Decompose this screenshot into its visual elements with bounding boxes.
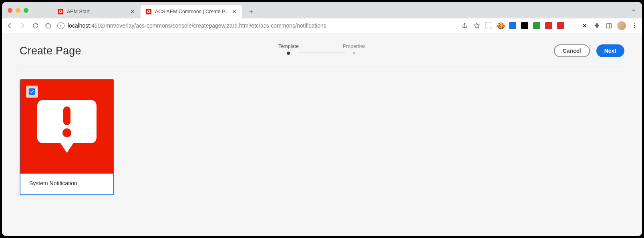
- extension-icon[interactable]: 🍪: [497, 22, 504, 29]
- extension-icon[interactable]: [545, 22, 552, 29]
- template-cards: System Notification: [20, 66, 624, 195]
- toolbar-right: 🍪: [461, 21, 638, 30]
- wizard-step-dot-icon: [287, 52, 290, 55]
- adobe-icon: [145, 8, 152, 15]
- wizard-step-label: Template: [278, 44, 299, 49]
- extensions-button[interactable]: [593, 22, 600, 29]
- extension-icon[interactable]: [509, 22, 516, 29]
- extension-icon[interactable]: [557, 22, 564, 29]
- header-actions: Cancel Next: [554, 44, 624, 57]
- browser-toolbar: i localhost:4502/mnt/overlay/acs-commons…: [2, 18, 642, 33]
- browser-tab-aem-start[interactable]: AEM Start ✕: [52, 5, 141, 18]
- tab-close-button[interactable]: ✕: [232, 9, 237, 14]
- page-content: Create Page Template Properties Cancel N…: [2, 33, 642, 236]
- share-icon[interactable]: [461, 22, 468, 29]
- browser-chrome: AEM Start ✕ ACS AEM Commons | Create P..…: [2, 2, 642, 33]
- template-checkbox[interactable]: [26, 86, 38, 98]
- home-button[interactable]: [44, 22, 52, 29]
- new-tab-button[interactable]: [246, 6, 257, 17]
- tab-title: AEM Start: [67, 9, 127, 14]
- template-card-system-notification[interactable]: System Notification: [20, 79, 114, 195]
- svg-point-8: [62, 128, 71, 137]
- url-path: :4502/mnt/overlay/acs-commons/console/cr…: [90, 22, 326, 29]
- wizard-steps: Template Properties: [278, 44, 366, 58]
- svg-rect-7: [63, 106, 70, 125]
- adobe-icon: [57, 8, 64, 15]
- window-minimize-button[interactable]: [16, 8, 20, 13]
- url-text: localhost:4502/mnt/overlay/acs-commons/c…: [68, 22, 326, 29]
- wizard-step-connector: [299, 52, 343, 58]
- wizard-step-properties: Properties: [343, 44, 366, 54]
- wizard-step-dot-icon: [353, 52, 355, 54]
- svg-point-4: [634, 23, 635, 24]
- page-title: Create Page: [20, 45, 81, 57]
- svg-rect-0: [58, 9, 63, 14]
- browser-menu-button[interactable]: [631, 22, 638, 29]
- extension-icon[interactable]: [569, 22, 576, 29]
- extension-icon[interactable]: [521, 22, 528, 29]
- url-bar[interactable]: i localhost:4502/mnt/overlay/acs-commons…: [57, 22, 455, 29]
- browser-tab-acs-commons[interactable]: ACS AEM Commons | Create P... ✕: [141, 5, 242, 18]
- svg-rect-2: [606, 23, 612, 28]
- window-close-button[interactable]: [8, 8, 12, 13]
- side-panel-button[interactable]: [605, 22, 612, 29]
- svg-point-6: [634, 27, 635, 28]
- extension-icon[interactable]: [533, 22, 540, 29]
- reload-button[interactable]: [32, 22, 39, 29]
- window-maximize-button[interactable]: [24, 8, 28, 13]
- extension-icon[interactable]: [485, 22, 492, 29]
- extension-icon[interactable]: [581, 22, 588, 29]
- site-info-icon[interactable]: i: [57, 22, 64, 29]
- forward-button[interactable]: [19, 22, 26, 29]
- wizard-step-template[interactable]: Template: [278, 44, 299, 55]
- tabs-dropdown-button[interactable]: [631, 8, 636, 15]
- template-thumbnail: [20, 80, 113, 174]
- next-button[interactable]: Next: [596, 44, 624, 57]
- bookmark-star-icon[interactable]: [473, 22, 480, 29]
- tab-close-button[interactable]: ✕: [130, 9, 136, 14]
- checkmark-icon: [29, 88, 35, 95]
- cancel-button[interactable]: Cancel: [554, 44, 590, 57]
- notification-icon: [35, 97, 99, 157]
- browser-window: AEM Start ✕ ACS AEM Commons | Create P..…: [2, 2, 642, 236]
- page-header: Create Page Template Properties Cancel N…: [20, 44, 624, 66]
- window-controls: [8, 8, 28, 13]
- svg-rect-1: [146, 9, 151, 14]
- tab-title: ACS AEM Commons | Create P...: [155, 9, 229, 14]
- profile-avatar[interactable]: [617, 21, 626, 30]
- tab-strip: AEM Start ✕ ACS AEM Commons | Create P..…: [2, 2, 642, 18]
- template-title: System Notification: [20, 174, 113, 194]
- wizard-step-label: Properties: [343, 44, 366, 49]
- url-host: localhost: [68, 22, 90, 29]
- back-button[interactable]: [6, 22, 13, 29]
- svg-point-5: [634, 25, 635, 26]
